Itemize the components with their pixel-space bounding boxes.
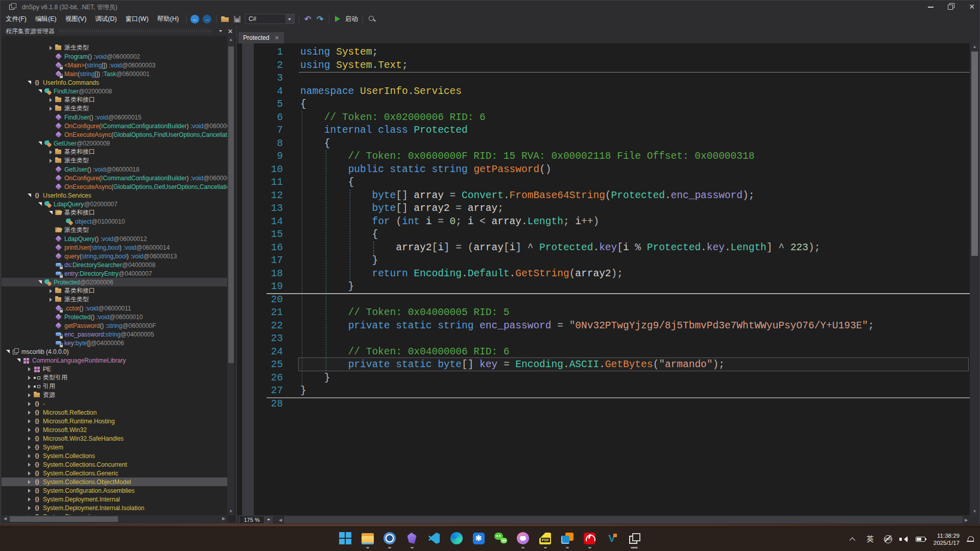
tree-row[interactable]: GetUser() : void @06000018	[2, 165, 227, 174]
expander-expanded-icon[interactable]	[38, 278, 44, 286]
code-line[interactable]: 2using System.Text;	[237, 59, 970, 73]
expander-collapsed-icon[interactable]	[49, 295, 55, 304]
expander-expanded-icon[interactable]	[27, 78, 33, 87]
tree-row[interactable]: {}Microsoft.Win32.SafeHandles	[2, 434, 227, 443]
taskbar-cat-icon[interactable]	[516, 532, 530, 545]
code-line[interactable]: 8 {	[237, 137, 970, 151]
expander-collapsed-icon[interactable]	[27, 469, 33, 477]
tree-row[interactable]: entry : DirectoryEntry @04000007	[2, 269, 227, 278]
tree-row[interactable]: FindUser @02000008	[2, 87, 227, 95]
expander-collapsed-icon[interactable]	[27, 408, 33, 417]
volume-muted-icon[interactable]: ×	[899, 535, 909, 543]
tree-row[interactable]: 基类和接口	[2, 286, 227, 295]
tree-row[interactable]: {}System.Collections.Generic	[2, 469, 227, 477]
tree-row[interactable]: Protected @02000006	[2, 278, 227, 286]
tree-row[interactable]: key : byte[] @04000006	[2, 339, 227, 347]
tree-row[interactable]: OnExecuteAsync(GlobalOptions, GetUserOpt…	[2, 182, 227, 191]
taskbar-v8-icon[interactable]: V	[605, 532, 618, 545]
menu-item-4[interactable]: 窗口(W)	[122, 14, 152, 24]
menu-item-5[interactable]: 帮助(H)	[154, 14, 182, 24]
code-line[interactable]: 4namespace UserInfo.Services	[237, 85, 970, 99]
expander-collapsed-icon[interactable]	[27, 373, 33, 382]
expander-collapsed-icon[interactable]	[49, 95, 55, 104]
tree-row[interactable]: enc_password : string @04000005	[2, 330, 227, 339]
tree-row[interactable]: {}System.Collections.Concurrent	[2, 460, 227, 469]
expander-expanded-icon[interactable]	[38, 139, 44, 148]
start-debug-button[interactable]	[332, 13, 344, 25]
taskbar-edge-icon[interactable]	[450, 532, 463, 545]
expander-collapsed-icon[interactable]	[27, 451, 33, 460]
language-combobox[interactable]: C#	[245, 14, 295, 24]
editor-hscroll-left-arrow[interactable]: ◀	[277, 518, 284, 522]
code-line[interactable]: 11 {	[237, 176, 970, 189]
minimize-button[interactable]	[927, 3, 935, 10]
code-line[interactable]: 9 // Token: 0x0600000F RID: 15 RVA: 0x00…	[237, 150, 970, 163]
editor-hscroll-right-arrow[interactable]: ▶	[963, 518, 970, 522]
panel-close-button[interactable]: ✕	[226, 27, 234, 35]
code-line[interactable]: 20	[237, 294, 970, 307]
language-dropdown-button[interactable]	[285, 14, 294, 23]
code-line[interactable]: 14 for (int i = 0; i < array.Length; i++…	[237, 215, 970, 229]
tree-row[interactable]: {}System.Collections.ObjectModel	[2, 477, 227, 486]
start-debug-label[interactable]: 启动	[345, 15, 358, 23]
expander-collapsed-icon[interactable]	[27, 365, 33, 373]
tree-row[interactable]: 引用	[2, 382, 227, 391]
expander-expanded-icon[interactable]	[16, 356, 22, 365]
tree-row[interactable]: PE	[2, 365, 227, 373]
taskbar-star-icon[interactable]: ✱	[472, 532, 485, 545]
tray-overflow-chevron-icon[interactable]	[850, 537, 855, 542]
menu-item-2[interactable]: 视图(V)	[62, 14, 90, 24]
tree-row[interactable]: .cctor() : void @06000011	[2, 304, 227, 313]
code-line[interactable]: 3	[237, 72, 970, 85]
tree-row[interactable]: 派生类型	[2, 226, 227, 234]
tree-row[interactable]: FindUser() : void @06000015	[2, 113, 227, 122]
tree-horizontal-scrollbar[interactable]: ◀ ▶	[2, 515, 227, 522]
tree-row[interactable]: getPassword() : string @0600000F	[2, 321, 227, 330]
menu-item-0[interactable]: 文件(F)	[2, 14, 30, 24]
taskbar-vscode-icon[interactable]	[427, 532, 441, 545]
tree-vscroll-thumb[interactable]	[228, 46, 234, 363]
taskbar-vmware-icon[interactable]	[561, 532, 574, 545]
tree-row[interactable]: 基类和接口	[2, 208, 227, 217]
expander-collapsed-icon[interactable]	[27, 495, 33, 504]
taskbar-chromium-icon[interactable]	[383, 532, 396, 545]
tree-row[interactable]: LdapQuery @02000007	[2, 200, 227, 208]
tree-row[interactable]: 派生类型	[2, 43, 227, 52]
titlebar[interactable]: dnSpy v6.1.8 (32-bit, .NET, 管理员) ✕	[1, 1, 979, 13]
expander-expanded-icon[interactable]	[38, 200, 44, 208]
tree-row[interactable]: <Main>(string[]) : void @06000003	[2, 61, 227, 69]
expander-collapsed-icon[interactable]	[27, 477, 33, 486]
network-icon[interactable]	[884, 535, 892, 543]
search-button[interactable]	[366, 13, 378, 25]
code-line[interactable]: 13 byte[] array2 = array;	[237, 202, 970, 215]
expander-expanded-icon[interactable]	[49, 208, 55, 217]
panel-menu-button[interactable]	[217, 27, 225, 35]
code-line[interactable]: 25 private static byte[] key = Encoding.…	[237, 358, 970, 372]
taskbar-explorer-icon[interactable]	[361, 532, 374, 545]
taskbar-start-icon[interactable]	[339, 532, 352, 545]
tree-row[interactable]: {}System	[2, 443, 227, 451]
code-editor[interactable]: 1using System;2using System.Text;34names…	[237, 43, 970, 515]
tree-row[interactable]: {}System.Deployment.Internal	[2, 495, 227, 504]
tree-vertical-scrollbar[interactable]: ▲ ▼	[227, 36, 234, 515]
code-line[interactable]: 16 array2[i] = (array[i] ^ Protected.key…	[237, 242, 970, 255]
tree-row[interactable]: {}Microsoft.Reflection	[2, 408, 227, 417]
editor-vertical-scrollbar[interactable]: ▲ ▼	[970, 43, 979, 515]
expander-expanded-icon[interactable]	[6, 347, 12, 356]
expander-collapsed-icon[interactable]	[27, 434, 33, 443]
taskbar-pdf-icon[interactable]	[539, 532, 552, 545]
battery-icon[interactable]	[916, 537, 925, 542]
tree-row[interactable]: {}-	[2, 399, 227, 408]
code-line[interactable]: 21 // Token: 0x04000005 RID: 5	[237, 306, 970, 320]
expander-collapsed-icon[interactable]	[27, 486, 33, 495]
ime-indicator[interactable]: 英	[867, 535, 874, 544]
expander-collapsed-icon[interactable]	[49, 104, 55, 113]
code-line[interactable]: 12 byte[] array = Convert.FromBase64Stri…	[237, 189, 970, 203]
code-line[interactable]: 5{	[237, 98, 970, 111]
tree-row[interactable]: OnExecuteAsync(GlobalOptions, FindUserOp…	[2, 130, 227, 139]
code-line[interactable]: 28	[237, 398, 970, 411]
tree-row[interactable]: 基类和接口	[2, 95, 227, 104]
expander-collapsed-icon[interactable]	[49, 148, 55, 156]
expander-collapsed-icon[interactable]	[27, 504, 33, 512]
tree-row[interactable]: ds : DirectorySearcher @04000008	[2, 260, 227, 269]
